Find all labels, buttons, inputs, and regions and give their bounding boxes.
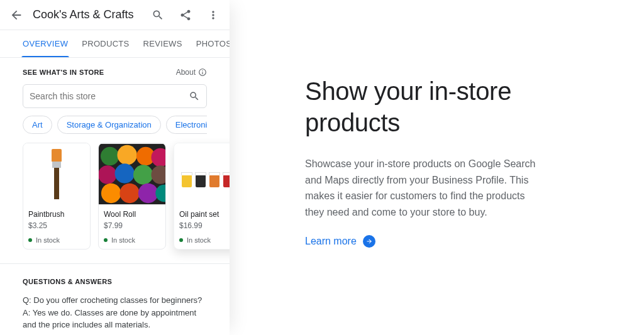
search-icon	[152, 9, 164, 21]
share-button[interactable]	[174, 4, 197, 26]
stock-dot-icon	[104, 238, 108, 242]
svg-point-1	[101, 147, 119, 165]
product-thumb-paints	[174, 143, 230, 205]
product-price: $16.99	[179, 221, 230, 230]
product-card[interactable]: Paintbrush $3.25 In stock	[23, 143, 91, 250]
info-icon	[198, 68, 207, 77]
search-icon	[189, 91, 200, 102]
svg-point-9	[101, 184, 121, 203]
arrow-circle-icon	[363, 235, 375, 248]
svg-point-7	[133, 165, 153, 184]
product-price: $7.99	[104, 221, 160, 230]
tab-products[interactable]: PRODUCTS	[82, 30, 129, 58]
store-search-input[interactable]	[30, 91, 189, 101]
product-card[interactable]: Oil paint set $16.99 In stock	[174, 143, 230, 250]
store-section: SEE WHAT'S IN STORE About Art Storage & …	[0, 58, 230, 250]
arrow-back-icon	[9, 8, 23, 22]
tab-photos[interactable]: PHOTOS	[196, 30, 230, 58]
promo-headline: Show your in-store products	[305, 75, 606, 138]
learn-more-label: Learn more	[305, 236, 357, 247]
svg-point-6	[115, 163, 135, 183]
learn-more-link[interactable]: Learn more	[305, 235, 375, 248]
product-name: Paintbrush	[28, 210, 85, 219]
store-section-header: SEE WHAT'S IN STORE About	[23, 68, 207, 77]
svg-point-10	[119, 184, 139, 203]
stock-dot-icon	[28, 238, 32, 242]
stock-badge: In stock	[104, 236, 160, 244]
back-button[interactable]	[5, 4, 28, 26]
stock-badge: In stock	[28, 236, 85, 244]
chip-art[interactable]: Art	[23, 116, 52, 134]
more-vert-icon	[207, 9, 219, 21]
product-thumb-paintbrush	[23, 143, 90, 205]
store-search[interactable]	[23, 84, 207, 108]
business-title: Cook's Arts & Crafts	[33, 8, 142, 21]
qa-question: Q: Do you offer crocheting classes for b…	[23, 294, 207, 307]
qa-title: QUESTIONS & ANSWERS	[23, 278, 207, 285]
search-button[interactable]	[147, 4, 169, 26]
qa-section: QUESTIONS & ANSWERS Q: Do you offer croc…	[0, 263, 230, 335]
chip-electronics[interactable]: Electronics	[166, 116, 207, 134]
qa-answer: A: Yes we do. Classes are done by appoin…	[23, 307, 207, 331]
tabs-row: OVERVIEW PRODUCTS REVIEWS PHOTOS ABO	[0, 30, 230, 58]
tab-overview[interactable]: OVERVIEW	[23, 30, 68, 58]
store-section-title: SEE WHAT'S IN STORE	[23, 69, 104, 76]
product-name: Wool Roll	[104, 210, 160, 219]
category-chips: Art Storage & Organization Electronics P…	[23, 116, 207, 134]
stock-dot-icon	[179, 238, 183, 242]
wool-image-icon	[99, 143, 165, 205]
product-price: $3.25	[28, 221, 85, 230]
stock-badge: In stock	[179, 236, 230, 244]
more-button[interactable]	[202, 4, 225, 26]
listing-panel: Cook's Arts & Crafts OVERVIEW PRODUCTS R…	[0, 0, 230, 335]
about-label: About	[176, 68, 196, 77]
svg-point-2	[117, 145, 136, 165]
about-link[interactable]: About	[176, 68, 207, 77]
promo-body: Showcase your in-store products on Googl…	[305, 156, 544, 220]
product-row: Paintbrush $3.25 In stock Wool Roll	[23, 143, 207, 250]
listing-header: Cook's Arts & Crafts	[0, 0, 230, 30]
product-thumb-wool	[99, 143, 165, 205]
svg-point-11	[138, 184, 158, 203]
tab-reviews[interactable]: REVIEWS	[143, 30, 182, 58]
share-icon	[179, 9, 192, 21]
svg-point-5	[99, 165, 116, 184]
product-card[interactable]: Wool Roll $7.99 In stock	[98, 143, 166, 250]
product-name: Oil paint set	[179, 210, 230, 219]
promo-panel: Show your in-store products Showcase you…	[230, 0, 644, 335]
chip-storage[interactable]: Storage & Organization	[57, 116, 161, 134]
